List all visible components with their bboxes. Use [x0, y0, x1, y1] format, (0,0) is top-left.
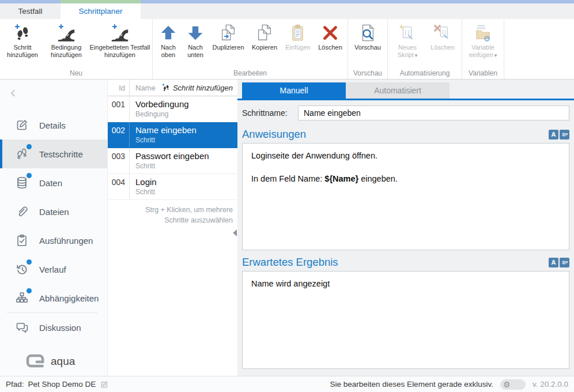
add-embedded-testcase-button[interactable]: Eingebetteten Testfall hinzufügen [89, 19, 150, 67]
content-area: ‹ Details Testschritte [0, 80, 574, 376]
steps-column-name: Name [130, 84, 156, 92]
step-type: Bedingung [135, 110, 237, 118]
aqua-brand: aqua [25, 353, 75, 369]
sidebar-item-dateien[interactable]: Dateien [0, 197, 107, 226]
notification-dot [27, 144, 32, 149]
add-footsteps-small-icon [161, 83, 171, 92]
insert-variable-button[interactable]: ⚙ Variable einfügen▾ [464, 19, 502, 67]
new-script-button[interactable]: { } Neues Skript▾ [390, 19, 425, 67]
anweisungen-title: Anweisungen [242, 128, 306, 141]
dropdown-caret-icon: ▾ [415, 52, 418, 58]
move-up-button[interactable]: Nach oben [154, 19, 182, 67]
ribbon-group-automatisierung: { } Neues Skript▾ { } Löschen Automatisi… [388, 19, 462, 79]
add-condition-icon [56, 23, 76, 43]
add-condition-button[interactable]: Bedingung hinzufügen [43, 19, 89, 67]
translate-icon[interactable]: ✲▾ [560, 258, 569, 267]
step-type: Schritt [135, 162, 237, 170]
sidebar-item-details[interactable]: Details [0, 111, 107, 140]
sidebar-item-ausfuehrungen[interactable]: Ausführungen [0, 226, 107, 255]
step-name: Name eingeben [135, 125, 237, 135]
sidebar-collapse-chevron-icon[interactable]: ‹ [10, 84, 16, 100]
schrittname-input[interactable]: Name eingeben [298, 105, 569, 120]
step-name: Login [135, 177, 237, 187]
footsteps-icon [15, 147, 29, 161]
add-embedded-testcase-icon [110, 23, 130, 43]
chat-bubbles-icon [15, 321, 29, 334]
copy-button[interactable]: Kopieren [248, 19, 281, 67]
tab-schrittplaner[interactable]: Schrittplaner [61, 0, 141, 19]
paperclip-icon [15, 205, 29, 218]
editor-tab-accent-line [237, 99, 574, 100]
spellcheck-icon[interactable]: A [549, 130, 558, 140]
duplicate-icon [218, 23, 238, 43]
notification-dot [27, 259, 32, 265]
step-row[interactable]: 003 Passwort eingeben Schritt [108, 148, 237, 174]
step-editor-panel: Manuell Automatisiert Schrittname: Name … [237, 80, 574, 376]
translate-icon[interactable]: ✲▾ [560, 130, 569, 140]
collapse-steps-handle-icon[interactable] [233, 229, 237, 236]
svg-text:{ }: { } [405, 29, 409, 35]
tab-automatisiert[interactable]: Automatisiert [346, 82, 450, 99]
delete-script-button[interactable]: { } Löschen [425, 19, 460, 67]
ribbon-group-neu: Schritt hinzufügen Bedingung hinzufügen … [0, 19, 153, 79]
preview-icon [358, 23, 377, 43]
spellcheck-icon[interactable]: A [549, 258, 558, 267]
sidebar-item-verlauf[interactable]: Verlauf [0, 255, 107, 284]
history-icon [15, 262, 29, 276]
settings-toggle[interactable]: ⚙ [500, 379, 526, 390]
steps-column-id: Id [108, 80, 130, 96]
preview-button[interactable]: Vorschau [350, 19, 386, 67]
insert-variable-icon: ⚙ [473, 23, 493, 43]
arrow-up-icon [158, 23, 178, 43]
tab-schrittplaner-label: Schrittplaner [61, 3, 141, 19]
delete-button[interactable]: Löschen [315, 19, 346, 67]
step-row[interactable]: 004 Login Schritt [108, 174, 237, 200]
sidebar-item-daten[interactable]: Daten [0, 168, 107, 197]
clipboard-check-icon [15, 233, 29, 247]
exclusive-edit-message: Sie bearbeiten dieses Element gerade exk… [330, 380, 493, 389]
add-footsteps-icon [13, 23, 32, 43]
database-icon [15, 176, 29, 190]
ribbon-group-label-bearbeiten: Bearbeiten [154, 67, 346, 79]
arrow-down-icon [186, 23, 205, 43]
status-bar: Pfad: Pet Shop Demo DE Sie bearbeiten di… [0, 376, 574, 392]
hierarchy-icon [15, 291, 29, 305]
delete-x-icon [320, 23, 340, 43]
gear-icon: ⚙ [503, 380, 511, 389]
tab-manuell[interactable]: Manuell [242, 82, 346, 99]
anweisungen-textarea[interactable]: Loginseite der Anwendung öffnen. In dem … [242, 143, 569, 250]
edit-icon [15, 118, 29, 132]
svg-text:{ }: { } [442, 29, 447, 34]
ribbon: Schritt hinzufügen Bedingung hinzufügen … [0, 19, 574, 80]
svg-text:⚙: ⚙ [484, 35, 490, 43]
sidebar-item-diskussion[interactable]: Diskussion [0, 313, 107, 342]
paste-button[interactable]: Einfügen [281, 19, 315, 67]
step-row-selected[interactable]: 002 Name eingeben Schritt [108, 122, 237, 148]
version-label: v. 20.2.0.0 [533, 380, 568, 389]
move-down-button[interactable]: Nach unten [182, 19, 209, 67]
step-type: Schritt [135, 136, 237, 144]
sidebar-item-abhaengigkeiten[interactable]: Abhängigkeiten [0, 284, 107, 312]
step-name: Passwort eingeben [135, 151, 237, 161]
multi-select-hint: Strg + Klicken, um mehrere Schritte ausz… [108, 200, 237, 225]
edit-path-icon[interactable] [100, 380, 109, 389]
aqua-logo-text: aqua [51, 355, 75, 368]
sidebar-item-testschritte[interactable]: Testschritte [0, 140, 107, 168]
path-label: Pfad: [6, 380, 24, 389]
ribbon-group-label-variablen: Variablen [464, 67, 502, 79]
schrittname-label: Schrittname: [242, 108, 298, 118]
ergebnis-textarea[interactable]: Name wird angezeigt [242, 271, 569, 369]
path-value: Pet Shop Demo DE [28, 380, 96, 389]
ribbon-group-label-automatisierung: Automatisierung [390, 67, 460, 79]
duplicate-button[interactable]: Duplizieren [209, 19, 248, 67]
aqua-logo-icon [25, 353, 46, 369]
tab-testfall[interactable]: Testfall [0, 0, 61, 19]
add-step-inline-button[interactable]: Schritt hinzufügen [161, 83, 237, 92]
sidebar: ‹ Details Testschritte [0, 80, 107, 376]
add-step-button[interactable]: Schritt hinzufügen [2, 19, 43, 67]
step-row[interactable]: 001 Vorbedingung Bedingung [108, 96, 237, 122]
dropdown-caret-icon: ▾ [494, 52, 497, 58]
tabstrip-filler [141, 0, 574, 19]
ribbon-group-variablen: ⚙ Variable einfügen▾ Variablen [462, 19, 504, 79]
delete-script-icon: { } [433, 23, 452, 43]
